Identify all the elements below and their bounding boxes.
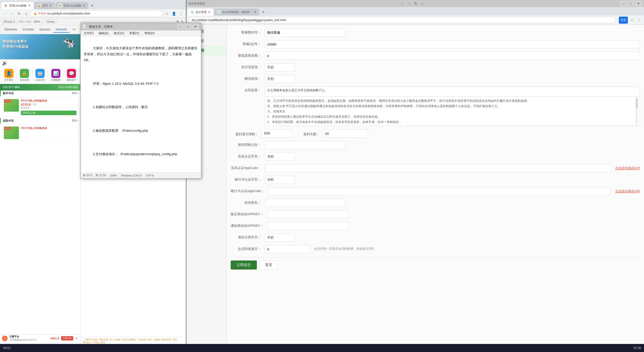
- nav-icon-5[interactable]: 💬 微信合作: [67, 69, 76, 82]
- contract-scrollbar[interactable]: [636, 97, 638, 126]
- banner-text: 空闲·养牛=赚钱: [3, 85, 20, 89]
- notepad-close-button[interactable]: ✕: [192, 24, 199, 29]
- ad-app-button[interactable]: 下载APP: [61, 336, 73, 340]
- notepad-icon: 📝: [83, 25, 87, 29]
- input-verify-sms-key[interactable]: [267, 210, 348, 218]
- devtools-tab-console[interactable]: Console: [20, 27, 36, 33]
- sound-icon[interactable]: 🔊: [0, 59, 80, 67]
- devtools-tab-more[interactable]: >>: [70, 27, 78, 33]
- browser-tab-1[interactable]: 🐮 宝塔Linux面板 ✕: [1, 2, 34, 9]
- right-bookmark-btn[interactable]: ☆: [629, 17, 635, 23]
- right-tab-1-close[interactable]: ✕: [208, 10, 211, 14]
- product-button[interactable]: 2000元认购: [21, 111, 76, 115]
- devtools-tab-elements[interactable]: Elements: [2, 27, 20, 33]
- forward-button[interactable]: →: [9, 11, 15, 17]
- ad-close-button[interactable]: ✕: [75, 336, 78, 340]
- nav-icon-4[interactable]: 📊 行情标告: [51, 69, 60, 82]
- hero-text: 哟朋唤友来养牛 即获得2%奖励金: [3, 39, 29, 49]
- network-mode[interactable]: Online: [45, 20, 57, 24]
- address-bar[interactable]: 🔓 不安全 tzz.phldty8.cn/mobile/index.html: [30, 10, 163, 17]
- right-tab-2[interactable]: ⚙ 后台管理系统 - 系统管「 ✕: [214, 9, 259, 16]
- submit-button[interactable]: 立即提交: [231, 260, 257, 270]
- banner-sub: 乃自己本来价值观: [58, 85, 78, 89]
- form-row-realname-appcode: 实名认证AppCode： 点击前往购买API: [231, 164, 640, 172]
- notepad-maximize-button[interactable]: □: [184, 24, 191, 29]
- right-browser-back[interactable]: ←: [400, 1, 406, 7]
- section-more[interactable]: 更多>: [72, 92, 78, 95]
- bankcard-buy-api-link[interactable]: 点击前往购买API: [615, 189, 640, 194]
- bookmark-button[interactable]: ☆: [164, 11, 170, 17]
- devtools-tab-network[interactable]: Network: [53, 27, 69, 33]
- menu-button[interactable]: ⋮: [178, 11, 184, 17]
- right-browser-minimize[interactable]: ─: [620, 1, 627, 6]
- browser-tab-2[interactable]: 🏠 首页 ✕: [34, 2, 55, 9]
- contract-para-3: 六、告相关生: [267, 109, 638, 114]
- right-browser-home[interactable]: ⌂: [419, 1, 425, 7]
- contract-para-4: 1、本协议经投资人通过投资平台点击确认后立即生效并且签订，本协议自生效生效。: [267, 115, 638, 119]
- tab-2-close[interactable]: ✕: [49, 4, 52, 7]
- input-wechat[interactable]: [265, 29, 345, 37]
- input-sms-sign[interactable]: [265, 199, 345, 207]
- back-button[interactable]: ←: [2, 11, 8, 17]
- browser-tab-3[interactable]: 🐮 宝塔Linux面板 ✕: [55, 2, 88, 9]
- mobile-device-frame: 哟朋唤友来养牛 即获得2%奖励金 🐄 🔊: [0, 34, 80, 352]
- input-bankcard-appcode[interactable]: [268, 187, 611, 195]
- taskbar-time-right: 02:38: [633, 346, 641, 350]
- input-qq[interactable]: [265, 40, 640, 48]
- section2-more[interactable]: 更多>: [72, 119, 78, 123]
- notepad-menu-help[interactable]: 帮助(H): [142, 31, 157, 36]
- right-browser-close[interactable]: ✕: [635, 1, 642, 6]
- right-tab-1[interactable]: ⚙ 后台管理 ✕: [187, 9, 214, 16]
- tab-3-close[interactable]: ✕: [83, 4, 85, 7]
- select-alipay[interactable]: 开启 ▼: [265, 63, 295, 71]
- right-browser-maximize[interactable]: □: [627, 1, 634, 6]
- product-image: PICC: [4, 99, 19, 112]
- nav-icon-3[interactable]: 🏢 企业介绍: [35, 69, 45, 82]
- select-bankcard-value: 关闭: [267, 178, 274, 182]
- contract-para-5: 2、本协议行情积累，签方如发生牛业或缺损状况，但友发等及拿更多，如条不成，任何一…: [267, 120, 638, 124]
- textarea-contract-short[interactable]: 方之理财本金划入其乙方开立的存款帐户上。: [265, 86, 640, 97]
- input-member-list[interactable]: [265, 245, 310, 253]
- realname-buy-api-link[interactable]: 点击前往购买API: [615, 166, 640, 170]
- right-browser-reload[interactable]: ↻: [413, 1, 419, 7]
- notepad-menu-edit[interactable]: 编辑(E): [97, 31, 111, 36]
- select-checkin-value: 关闭: [264, 131, 270, 136]
- nav-icon-2[interactable]: 🔒 安全设置: [20, 69, 29, 82]
- right-browser-forward[interactable]: →: [406, 1, 412, 7]
- new-tab-button[interactable]: +: [89, 2, 96, 9]
- form-row-contract: 合同设置： 方之理财本金划入其乙方开立的存款帐户上。 四、乙方对甲方投资资金有控…: [231, 86, 640, 126]
- notepad-content-area[interactable]: 大家好，今天来给大家录这个养牛农场的搭建教程，源码整理之后搭建非常简单，所以今天…: [81, 36, 201, 172]
- right-tab-2-close[interactable]: ✕: [254, 10, 256, 14]
- right-browser-win-controls: ─ □ ✕: [620, 1, 642, 6]
- notepad-minimize-button[interactable]: ─: [177, 24, 184, 29]
- nav-icon-1[interactable]: 👤 关于我们: [4, 69, 13, 82]
- select-checkin[interactable]: 关闭 ▼: [261, 129, 292, 138]
- contract-content-area: 四、乙方对甲方投资资金有控制风险的责任，必须如意足额，如果投资有亏损状况，视同论…: [265, 97, 640, 126]
- notepad-intro-text: 大家好，今天来给大家录这个养牛农场的搭建教程，源码整理之后搭建非常简单，所以今天…: [84, 46, 197, 62]
- select-wechat-pay[interactable]: 开启 ▼: [265, 75, 295, 83]
- select-project-category[interactable]: 开启 ▼: [265, 234, 295, 242]
- right-profile-button[interactable]: 登录: [619, 17, 628, 24]
- device-name[interactable]: iPhone X: [2, 20, 17, 24]
- input-min-withdraw[interactable]: [265, 52, 640, 60]
- notepad-menu-view[interactable]: 查看(V): [127, 31, 141, 36]
- home-button[interactable]: ⌂: [23, 11, 29, 17]
- right-new-tab-button[interactable]: +: [260, 9, 267, 16]
- notepad-menu-format[interactable]: 格式(O): [112, 31, 126, 36]
- input-notify-sms-key[interactable]: [267, 222, 348, 230]
- form-row-qq: 客服QQ号：: [231, 40, 640, 48]
- right-address-bar[interactable]: ttzz.phldty8.cn/jd8fjsldfuo3jna09d34hgf0…: [188, 17, 616, 23]
- profile-button[interactable]: 👤: [171, 11, 177, 17]
- select-bankcard[interactable]: 关闭 ▼: [265, 176, 295, 184]
- reload-button[interactable]: ↻: [16, 11, 22, 17]
- right-menu-btn[interactable]: ⋮: [636, 17, 642, 23]
- notepad-menu-file[interactable]: 文件(F): [82, 31, 96, 36]
- select-realname[interactable]: 关闭 ▼: [265, 153, 295, 161]
- input-checkin-notice[interactable]: [265, 141, 345, 149]
- input-checkin-days[interactable]: [323, 129, 368, 138]
- input-realname-appcode[interactable]: [265, 164, 611, 172]
- reset-button[interactable]: 重置: [260, 260, 277, 270]
- tab-1-close[interactable]: ✕: [28, 4, 31, 7]
- mobile-hero-banner: 哟朋唤友来养牛 即获得2%奖励金 🐄: [0, 34, 80, 59]
- devtools-tab-sources[interactable]: Sources: [37, 27, 53, 33]
